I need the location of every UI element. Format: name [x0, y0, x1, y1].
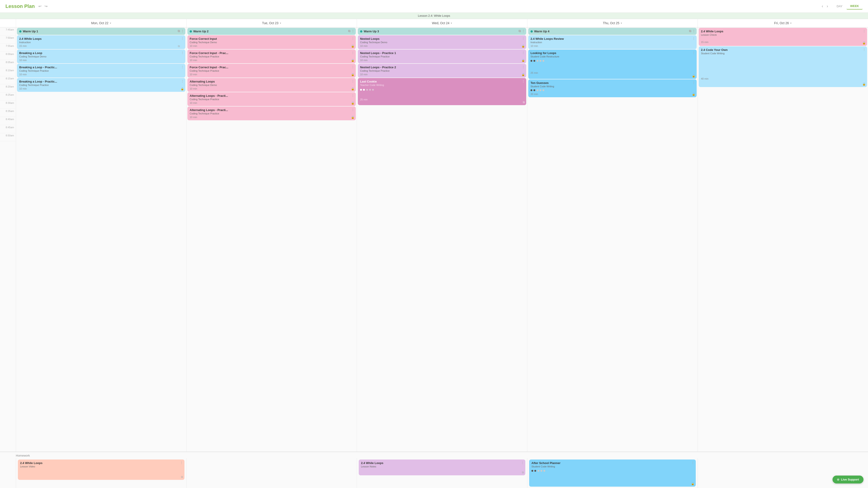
day-header-wed[interactable]: Wed, Oct 24 ▾: [357, 19, 527, 27]
warmup-card-mon[interactable]: Warm Up 1 ⧉ ⋮: [17, 28, 185, 35]
event-card-last-cookie[interactable]: Last Cookie Teacher Code Writing 25 min …: [358, 78, 526, 105]
more-menu-icon[interactable]: ⋮: [522, 51, 525, 55]
day-header-tue[interactable]: Tue, Oct 23 ▾: [186, 19, 357, 27]
more-menu-icon[interactable]: ⋮: [181, 37, 184, 40]
event-card-alt-loops-prac1[interactable]: Alternating Loops - Practi... Coding Tec…: [187, 92, 356, 106]
event-card-breaking-loop-demo[interactable]: Breaking a Loop Coding Technique Demo 10…: [17, 50, 185, 63]
chevron-down-icon[interactable]: ▾: [621, 22, 622, 25]
time-slot: 7:50am: [0, 35, 16, 44]
event-card-nested-loops-prac2[interactable]: Nested Loops - Practice 2 Coding Techniq…: [358, 64, 526, 78]
copy-icon[interactable]: ⧉: [348, 29, 350, 33]
event-card-code-your-own[interactable]: 2.4 Code Your Own Student Code Writing 4…: [699, 47, 867, 87]
more-menu-icon[interactable]: ⋮: [691, 461, 694, 464]
copy-icon[interactable]: ⧉: [523, 101, 525, 104]
more-icon[interactable]: ⋮: [181, 29, 184, 33]
event-card-force-correct-demo[interactable]: Force Correct Input Coding Technique Dem…: [187, 35, 356, 49]
more-menu-icon[interactable]: ⋮: [692, 81, 695, 84]
more-menu-icon[interactable]: ⋮: [522, 37, 525, 40]
event-card-nested-loops-prac1[interactable]: Nested Loops - Practice 1 Coding Techniq…: [358, 50, 526, 63]
event-card-nested-loops-demo[interactable]: Nested Loops Coding Technique Demo 10 mi…: [358, 35, 526, 49]
more-menu-icon[interactable]: ⋮: [863, 29, 866, 33]
card-duration: 10 min: [19, 87, 183, 90]
event-card-looking-for-loops[interactable]: Looking for Loops Student Code Restructu…: [528, 50, 697, 79]
warmup-card-tue[interactable]: Warm Up 2 ⧉ ⋮: [187, 28, 356, 35]
day-header-fri[interactable]: Fri, Oct 26 ▾: [698, 19, 868, 27]
next-button[interactable]: ›: [825, 3, 829, 9]
warmup-card-thu[interactable]: Warm Up 4 ⧉ ⋮: [528, 28, 697, 35]
more-menu-icon[interactable]: ⋮: [351, 51, 354, 55]
bullet-dot: [537, 89, 538, 91]
more-menu-icon[interactable]: ⋮: [351, 37, 354, 40]
event-card-while-loops-review[interactable]: 2.4 While Loops Review Instruction 10 mi…: [528, 35, 697, 49]
event-card-hw-wed[interactable]: 2.4 While Loops Lesson Notes ⋮ ⧉: [359, 459, 525, 475]
copy-icon[interactable]: ⧉: [178, 44, 180, 48]
copy-icon[interactable]: ⧉: [519, 29, 521, 33]
redo-button[interactable]: ↪: [43, 4, 49, 9]
chevron-down-icon[interactable]: ▾: [790, 22, 792, 25]
more-icon[interactable]: ⋮: [522, 29, 525, 33]
card-subtitle: Coding Technique Demo: [360, 41, 524, 44]
lock-icon: 🔒: [692, 93, 695, 96]
undo-button[interactable]: ↩: [37, 4, 42, 9]
event-card-force-correct-prac1[interactable]: Force Correct Input - Prac... Coding Tec…: [187, 50, 356, 63]
card-title: 2.4 While Loops: [361, 461, 523, 465]
event-card-while-loops-mon[interactable]: 2.4 While Loops Instruction 15 min ⋮ ⧉: [17, 35, 185, 49]
more-menu-icon[interactable]: ⋮: [351, 94, 354, 97]
chevron-down-icon[interactable]: ▾: [110, 22, 111, 25]
warmup-dot: [360, 30, 362, 33]
more-menu-icon[interactable]: ⋮: [521, 461, 524, 464]
card-title: Nested Loops: [360, 37, 524, 40]
more-icon[interactable]: ⋮: [351, 29, 354, 33]
card-duration: 15 min: [701, 41, 865, 43]
card-title: Breaking a Loop - Practic...: [19, 66, 183, 69]
event-card-hw-thu[interactable]: After School Planner Student Code Writin…: [529, 459, 696, 487]
more-menu-icon[interactable]: ⋮: [181, 51, 184, 55]
copy-icon[interactable]: ⧉: [689, 29, 691, 33]
time-slot: 8:30am: [0, 101, 16, 109]
event-card-alt-loops-prac2[interactable]: Alternating Loops - Practi... Coding Tec…: [187, 106, 356, 120]
more-menu-icon[interactable]: ⋮: [692, 37, 695, 40]
event-card-hw-mon[interactable]: 2.4 While Loops Lesson Video ⋮ ⧉: [18, 459, 184, 480]
more-menu-icon[interactable]: ⋮: [180, 461, 183, 464]
tab-week[interactable]: WEEK: [846, 3, 863, 9]
more-menu-icon[interactable]: ⋮: [351, 108, 354, 112]
copy-icon[interactable]: ⧉: [522, 471, 524, 474]
chevron-down-icon[interactable]: ▾: [451, 22, 452, 25]
live-support-button[interactable]: Live Support: [833, 476, 864, 484]
event-card-alt-loops-demo[interactable]: Alternating Loops Coding Technique Demo …: [187, 78, 356, 92]
day-column-mon: Warm Up 1 ⧉ ⋮ 2.4 While Loops Instructio…: [16, 27, 186, 452]
header-right: ‹ › DAY WEEK: [820, 3, 863, 9]
warmup-card-wed[interactable]: Warm Up 3 ⧉ ⋮: [358, 28, 526, 35]
day-header-thu[interactable]: Thu, Oct 25 ▾: [527, 19, 698, 27]
card-subtitle: Coding Technique Demo: [190, 41, 353, 44]
card-title: After School Planner: [531, 461, 693, 465]
more-menu-icon[interactable]: ⋮: [181, 65, 184, 69]
bullet-dot: [540, 470, 542, 472]
more-icon[interactable]: ⋮: [692, 29, 695, 33]
card-duration: 25 min: [360, 98, 524, 101]
tab-day[interactable]: DAY: [833, 3, 846, 9]
chevron-down-icon[interactable]: ▾: [280, 22, 281, 25]
event-card-force-correct-prac2[interactable]: Force Correct Input - Prac... Coding Tec…: [187, 64, 356, 78]
card-title: 2.4 While Loops: [19, 37, 183, 40]
bullet-dot: [530, 60, 532, 62]
more-menu-icon[interactable]: ⋮: [692, 51, 695, 55]
undo-redo-group: ↩ ↪: [37, 4, 49, 9]
more-menu-icon[interactable]: ⋮: [351, 80, 354, 83]
event-card-breaking-loop-prac1[interactable]: Breaking a Loop - Practic... Coding Tech…: [17, 64, 185, 78]
event-card-breaking-loop-prac2[interactable]: Breaking a Loop - Practic... Coding Tech…: [17, 78, 185, 92]
copy-icon[interactable]: ⧉: [178, 29, 180, 33]
event-card-ten-guesses[interactable]: Ten Guesses Student Code Writing 20 min …: [528, 80, 697, 97]
event-card-while-loops-fri[interactable]: 2.4 While Loops Lesson Check 15 min ⋮ 🔒: [699, 28, 867, 46]
prev-button[interactable]: ‹: [820, 3, 825, 9]
lock-icon: 🔒: [351, 44, 354, 48]
live-support-dot: [837, 479, 839, 481]
more-menu-icon[interactable]: ⋮: [522, 80, 525, 83]
more-menu-icon[interactable]: ⋮: [863, 48, 866, 51]
more-menu-icon[interactable]: ⋮: [351, 65, 354, 69]
day-header-mon[interactable]: Mon, Oct 22 ▾: [16, 19, 186, 27]
more-menu-icon[interactable]: ⋮: [522, 65, 525, 69]
card-duration: 10 min: [530, 44, 694, 47]
more-menu-icon[interactable]: ⋮: [181, 80, 184, 83]
copy-icon[interactable]: ⧉: [181, 475, 183, 479]
